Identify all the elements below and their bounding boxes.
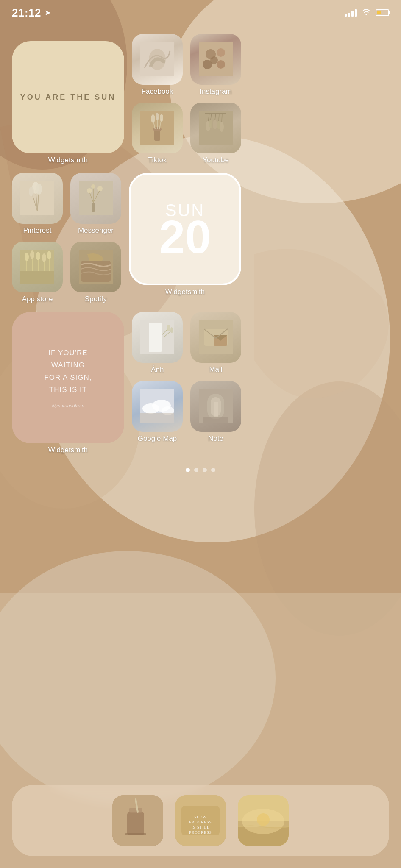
- calendar-card: SUN 20: [129, 173, 241, 285]
- svg-rect-53: [20, 271, 54, 284]
- spotify-icon: [70, 242, 121, 292]
- svg-point-12: [217, 48, 225, 57]
- widget-sun-text: YOU ARE THE SUN: [20, 91, 116, 103]
- svg-rect-91: [125, 833, 146, 835]
- app-googlemap[interactable]: Google Map: [132, 381, 183, 443]
- status-bar: 21:12 ➤: [0, 0, 401, 25]
- svg-rect-89: [129, 808, 142, 813]
- facebook-icon: [132, 34, 183, 85]
- app-tiktok[interactable]: Tiktok: [132, 103, 183, 164]
- app-pinterest[interactable]: Pinterest: [12, 173, 63, 235]
- svg-rect-67: [149, 323, 162, 352]
- signal-bars: [345, 9, 357, 17]
- tiktok-icon: [132, 103, 183, 153]
- app-note[interactable]: Note: [190, 381, 241, 443]
- instagram-icon: [190, 34, 241, 85]
- widget-quote[interactable]: IF YOU'REWAITINGFOR A SIGN,THIS IS IT @m…: [12, 312, 124, 454]
- svg-point-31: [213, 120, 217, 129]
- wifi-icon: [361, 7, 371, 18]
- svg-point-71: [170, 327, 173, 333]
- svg-point-14: [217, 60, 225, 69]
- pair-fb-ig: Facebook: [132, 34, 241, 96]
- svg-rect-88: [127, 812, 144, 835]
- quote-author: @moreandfrom: [52, 403, 84, 408]
- svg-point-43: [29, 187, 34, 196]
- svg-rect-45: [92, 203, 95, 212]
- quote-text: IF YOU'REWAITINGFOR A SIGN,THIS IS IT: [44, 347, 92, 396]
- pair-anh-mail: Ảnh: [132, 312, 389, 374]
- svg-text:PROGRESS: PROGRESS: [189, 820, 212, 824]
- app-youtube[interactable]: Youtube: [190, 103, 241, 164]
- svg-point-36: [217, 121, 220, 129]
- svg-line-29: [222, 113, 222, 122]
- messenger-icon: [70, 173, 121, 224]
- home-content: YOU ARE THE SUN Widgetsmith: [0, 25, 401, 868]
- anh-label: Ảnh: [151, 365, 164, 374]
- status-icons: [345, 7, 389, 18]
- pair-pin-msg: Pinterest: [12, 173, 121, 235]
- spotify-label: Spotify: [85, 295, 107, 303]
- svg-point-23: [156, 113, 159, 120]
- page-dot-3[interactable]: [203, 468, 207, 472]
- note-icon: [190, 381, 241, 432]
- page-dots: [12, 468, 389, 472]
- dock-icon-3[interactable]: [238, 795, 289, 846]
- row3-right-col: Ảnh: [132, 312, 389, 443]
- note-label: Note: [208, 434, 223, 443]
- mail-label: Mail: [209, 365, 222, 374]
- app-spotify[interactable]: Spotify: [70, 242, 121, 303]
- dock-icon-1[interactable]: [112, 795, 163, 846]
- row2-left-col: Pinterest: [12, 173, 121, 303]
- svg-point-57: [30, 250, 34, 259]
- svg-point-51: [97, 186, 103, 191]
- svg-point-49: [87, 188, 92, 193]
- right-pair-col: Facebook: [132, 34, 241, 164]
- quote-card: IF YOU'REWAITINGFOR A SIGN,THIS IS IT @m…: [12, 312, 124, 443]
- app-instagram[interactable]: Instagram: [190, 34, 241, 96]
- svg-text:PROGRESS: PROGRESS: [189, 830, 212, 835]
- appstore-icon: [12, 242, 63, 292]
- quote-widget-label: Widgetsmith: [48, 446, 88, 454]
- pair-apps-spt: App store: [12, 242, 121, 303]
- battery-icon: [376, 9, 389, 16]
- googlemap-icon: [132, 381, 183, 432]
- svg-rect-81: [140, 413, 174, 423]
- app-anh[interactable]: Ảnh: [132, 312, 183, 374]
- pair-gmap-note: Google Map: [132, 381, 389, 443]
- pinterest-label: Pinterest: [23, 226, 51, 235]
- app-facebook[interactable]: Facebook: [132, 34, 183, 96]
- app-mail[interactable]: Mail: [190, 312, 241, 374]
- svg-point-50: [91, 184, 95, 189]
- svg-point-41: [36, 184, 42, 195]
- svg-point-55: [25, 253, 29, 261]
- svg-point-61: [42, 253, 46, 262]
- svg-rect-86: [203, 417, 228, 423]
- tiktok-label: Tiktok: [148, 156, 167, 164]
- svg-point-70: [167, 325, 170, 331]
- dock: SLOW PROGRESS IS STILL PROGRESS: [12, 785, 389, 856]
- svg-point-22: [151, 114, 155, 123]
- mail-icon: [190, 312, 241, 363]
- app-messenger[interactable]: Messenger: [70, 173, 121, 235]
- widget-calendar[interactable]: SUN 20 Widgetsmith: [129, 173, 241, 296]
- page-dot-1[interactable]: [186, 468, 190, 472]
- svg-point-59: [36, 252, 40, 260]
- app-appstore[interactable]: App store: [12, 242, 63, 303]
- youtube-label: Youtube: [203, 156, 229, 164]
- page-dot-4[interactable]: [211, 468, 215, 472]
- pinterest-icon: [12, 173, 63, 224]
- svg-line-35: [219, 113, 219, 121]
- svg-point-34: [209, 120, 212, 128]
- widget-widgetsmith-sun[interactable]: YOU ARE THE SUN Widgetsmith: [12, 41, 124, 164]
- messenger-label: Messenger: [78, 226, 114, 235]
- svg-point-63: [47, 251, 51, 259]
- facebook-label: Facebook: [142, 87, 173, 96]
- svg-point-24: [160, 114, 163, 122]
- youtube-icon: [190, 103, 241, 153]
- dock-icon-2[interactable]: SLOW PROGRESS IS STILL PROGRESS: [175, 795, 226, 846]
- appstore-label: App store: [22, 295, 53, 303]
- svg-rect-17: [154, 130, 160, 141]
- page-dot-2[interactable]: [194, 468, 198, 472]
- calendar-date: 20: [159, 216, 211, 258]
- widgetsmith-label: Widgetsmith: [48, 156, 88, 164]
